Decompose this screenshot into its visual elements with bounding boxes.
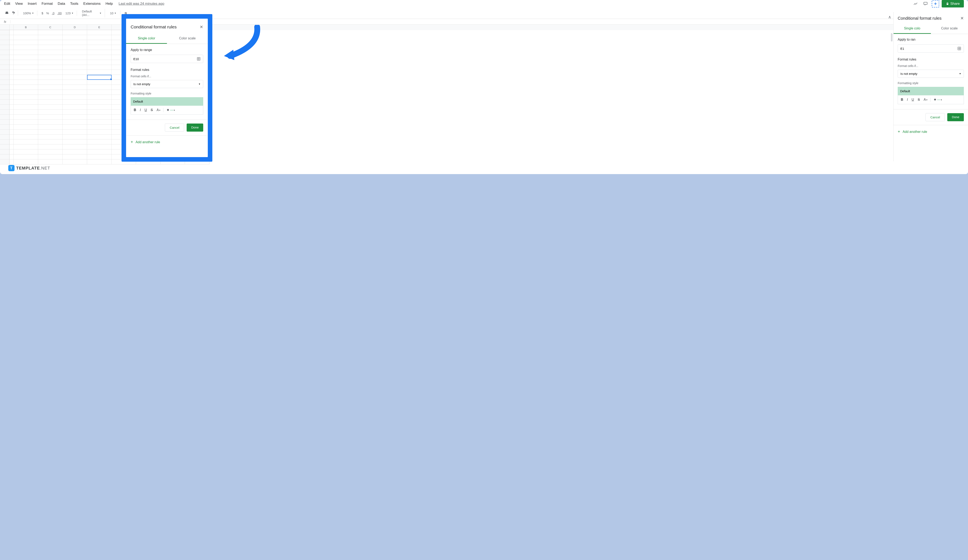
row-header[interactable] [0, 115, 10, 120]
cell[interactable] [14, 45, 38, 50]
share-button[interactable]: Share [941, 0, 964, 7]
cell[interactable] [38, 105, 63, 110]
underline-button[interactable]: U [910, 97, 916, 103]
row-header[interactable] [0, 35, 10, 40]
condition-select[interactable]: Is not empty ▼ [898, 69, 964, 78]
scrollbar[interactable] [891, 33, 892, 41]
cell[interactable] [10, 40, 14, 45]
zoom-fill-color-button[interactable]: ▾ [165, 107, 176, 113]
cell[interactable] [87, 125, 111, 129]
cell[interactable] [14, 115, 38, 120]
cell[interactable] [87, 159, 111, 164]
cell[interactable] [38, 80, 63, 85]
cell[interactable] [63, 70, 87, 75]
explore-icon[interactable] [912, 0, 919, 7]
cell[interactable] [10, 120, 14, 125]
cell[interactable] [87, 30, 111, 35]
zoom-close-icon[interactable]: ✕ [200, 25, 203, 30]
cell[interactable] [63, 110, 87, 115]
grid-select-icon[interactable] [957, 46, 961, 50]
print-icon[interactable] [4, 10, 10, 16]
row-header[interactable] [0, 60, 10, 65]
row-header[interactable] [0, 100, 10, 105]
meet-icon[interactable] [932, 0, 939, 7]
cell[interactable] [10, 90, 14, 95]
cell[interactable] [87, 139, 111, 144]
cell[interactable] [14, 85, 38, 90]
zoom-range-input-wrapper[interactable] [131, 55, 203, 63]
cell[interactable] [63, 100, 87, 105]
cell[interactable] [63, 65, 87, 70]
cell[interactable] [87, 75, 111, 80]
italic-button[interactable]: I [905, 97, 910, 103]
cell[interactable] [10, 134, 14, 139]
cell[interactable] [63, 95, 87, 100]
paint-format-icon[interactable] [11, 10, 16, 16]
zoom-text-color-button[interactable]: A▾ [155, 107, 162, 113]
cell[interactable] [10, 85, 14, 90]
zoom-dropdown[interactable]: 100%▼ [22, 11, 35, 16]
cell[interactable] [10, 30, 14, 35]
cell[interactable] [63, 105, 87, 110]
cell[interactable] [38, 85, 63, 90]
last-edit-link[interactable]: Last edit was 24 minutes ago [119, 2, 164, 6]
cell[interactable] [87, 35, 111, 40]
cell[interactable] [87, 129, 111, 134]
cell[interactable] [14, 65, 38, 70]
cell[interactable] [10, 70, 14, 75]
cell[interactable] [10, 50, 14, 55]
cell[interactable] [87, 144, 111, 149]
cell[interactable] [38, 110, 63, 115]
tab-color-scale[interactable]: Color scale [931, 24, 968, 34]
comments-icon[interactable] [922, 0, 929, 7]
cell[interactable] [14, 30, 38, 35]
cell[interactable] [14, 125, 38, 129]
zoom-condition-select[interactable]: Is not empty ▼ [131, 80, 203, 88]
zoom-done-button[interactable]: Done [187, 124, 203, 132]
percent-button[interactable]: % [45, 11, 50, 16]
done-button[interactable]: Done [947, 113, 964, 121]
cell[interactable] [14, 134, 38, 139]
cell[interactable] [87, 95, 111, 100]
cell[interactable] [63, 90, 87, 95]
cell[interactable] [63, 120, 87, 125]
row-header[interactable] [0, 134, 10, 139]
cell[interactable] [63, 75, 87, 80]
col-header-c[interactable]: C [38, 25, 63, 30]
cell[interactable] [87, 70, 111, 75]
cell[interactable] [38, 55, 63, 60]
cell[interactable] [10, 95, 14, 100]
close-icon[interactable]: ✕ [960, 16, 964, 21]
cell[interactable] [38, 139, 63, 144]
cell[interactable] [63, 159, 87, 164]
cell[interactable] [87, 120, 111, 125]
cell[interactable] [10, 144, 14, 149]
cell[interactable] [10, 129, 14, 134]
cell[interactable] [87, 110, 111, 115]
cell[interactable] [14, 50, 38, 55]
zoom-italic-button[interactable]: I [138, 107, 143, 113]
cell[interactable] [38, 75, 63, 80]
cell[interactable] [10, 105, 14, 110]
collapse-sidebar-chevron-icon[interactable]: ∧ [887, 13, 893, 21]
cell[interactable] [63, 115, 87, 120]
cell[interactable] [10, 55, 14, 60]
cell[interactable] [63, 134, 87, 139]
col-header-b[interactable]: B [14, 25, 38, 30]
menu-extensions[interactable]: Extensions [83, 2, 101, 6]
menu-insert[interactable]: Insert [28, 2, 37, 6]
row-header[interactable] [0, 139, 10, 144]
cell[interactable] [38, 70, 63, 75]
cell[interactable] [38, 100, 63, 105]
row-header[interactable] [0, 129, 10, 134]
cell[interactable] [87, 149, 111, 154]
cell[interactable] [63, 139, 87, 144]
cell[interactable] [38, 144, 63, 149]
cell[interactable] [14, 139, 38, 144]
cell[interactable] [87, 45, 111, 50]
menu-format[interactable]: Format [41, 2, 53, 6]
cell[interactable] [14, 129, 38, 134]
row-header[interactable] [0, 70, 10, 75]
cell[interactable] [38, 129, 63, 134]
cell[interactable] [10, 115, 14, 120]
